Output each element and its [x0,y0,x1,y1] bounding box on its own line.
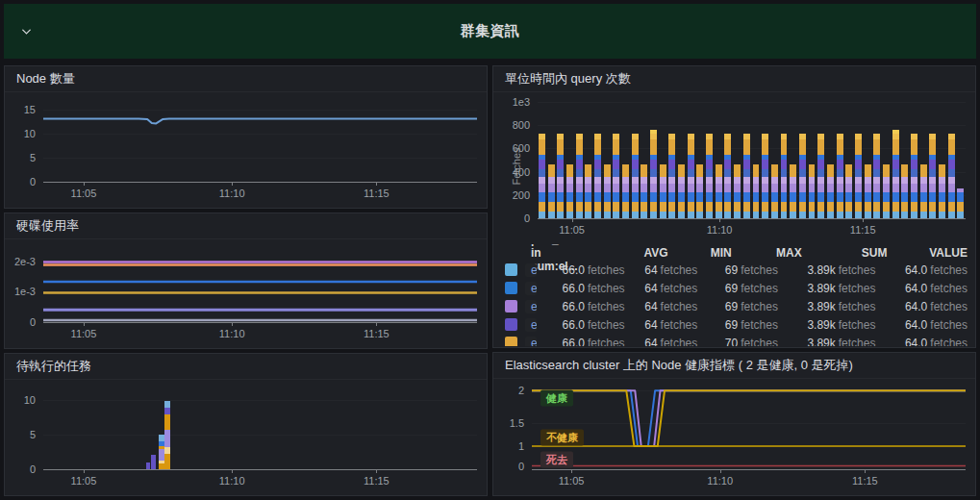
disk-usage-chart[interactable]: 01e-32e-311:0511:1011:15 [43,249,477,323]
node-count-chart[interactable]: 05101511:0511:1011:15 [43,102,477,183]
bar-segment [632,177,639,184]
x-axis-tick-label: 11:15 [364,188,389,199]
panel-header-node-health[interactable]: Elasticsearch cluster 上的 Node 健康指標 ( 2 是… [493,353,975,379]
legend-series-name[interactable]: elasticsearch-es-ing... [525,282,537,295]
pending-tasks-chart[interactable]: 051011:0511:1011:15 [43,389,477,470]
bar-segment [576,177,583,184]
query-legend: pod_name in sum:el...AVGMINMAXSUMVALUEel… [505,244,967,346]
bar-segment [855,184,862,192]
bar-segment [817,169,824,177]
bar-segment [548,177,555,184]
series-color-swatch[interactable] [505,263,517,276]
bar-segment [855,169,862,177]
bar-segment [855,202,862,212]
legend-value: 64fetches [625,300,698,313]
bar-segment [743,134,750,140]
bar-segment [957,202,964,212]
threshold-label: 健康 [540,390,573,407]
series-color-swatch[interactable] [505,337,517,346]
series-color-swatch[interactable] [505,300,517,312]
legend-series-name[interactable]: elasticsearch-es-ma... [525,300,537,313]
bar-segment [650,160,657,169]
bar-segment [827,164,834,177]
bar-segment [668,184,675,192]
bar-segment [548,192,555,202]
bar-segment [865,192,871,202]
legend-value: 64fetches [625,337,698,347]
stacked-bar [790,164,796,218]
bar-segment [724,212,731,218]
bar-segment [688,139,694,155]
bar-segment [164,414,170,430]
x-axis-tick-mark [84,469,85,473]
bar-segment [939,184,945,192]
bar-segment [734,212,741,218]
dashboard-row-header[interactable]: 群集資訊 [4,4,976,59]
panel-header-pending-tasks[interactable]: 待執行的任務 [5,354,487,380]
bar-segment [762,177,768,184]
bar-segment [716,212,722,218]
stacked-bar [957,188,964,218]
legend-col-header[interactable]: VALUE [887,246,967,260]
x-axis-tick-mark [863,218,864,222]
panel-header-query-rate[interactable]: 單位時間內 query 次數 [493,66,975,92]
stacked-bar [622,164,629,218]
bar-segment [771,177,778,184]
left-column: Node 數量 05101511:0511:1011:15 硬碟使用率 01e-… [4,65,488,496]
grafana-dashboard: 群集資訊 Node 數量 05101511:0511:1011:15 硬碟使用率… [0,0,980,500]
x-axis-tick-label: 11:05 [559,475,585,487]
bar-segment [594,169,601,177]
legend-col-header[interactable]: MAX [732,246,802,260]
legend-value: 64fetches [625,318,698,332]
series-color-swatch[interactable] [505,318,517,331]
bar-segment [892,184,899,192]
node-health-chart[interactable]: 011.5211:0511:1011:15健康不健康死去 [532,387,966,470]
bar-segment [873,169,880,177]
bar-segment [883,212,890,218]
bar-segment [855,212,862,218]
bar-segment [873,160,880,169]
stacked-bar [837,134,843,218]
legend-series-name[interactable]: elasticsearch-es-coo... [525,263,537,277]
panel-grid: Node 數量 05101511:0511:1011:15 硬碟使用率 01e-… [4,65,976,496]
bar-segment [855,139,862,155]
query-rate-chart[interactable]: Fetches 02004006008001e311:0511:1011:15 [538,102,966,219]
bar-segment [845,164,852,177]
legend-col-header[interactable]: AVG [594,246,668,260]
bar-segment [920,164,927,177]
bar-segment [585,212,591,218]
legend-series-name[interactable]: elasticsearch-es-coo... [525,337,537,347]
legend-row: elasticsearch-es-coo...66.0fetches64fetc… [505,261,967,279]
row-title[interactable]: 群集資訊 [4,22,976,40]
bar-segment [576,212,583,218]
bar-segment [929,184,936,192]
bar-segment [771,202,778,212]
bar-segment [790,164,796,177]
stacked-bar [809,164,816,218]
bar-segment [585,202,591,212]
bar-segment [548,202,555,212]
bar-segment [716,177,722,184]
legend-series-name[interactable]: elasticsearch-es-ma... [525,318,537,332]
panel-title-text: 待執行的任務 [16,359,91,373]
bar-segment [790,202,796,212]
bar-segment [883,177,890,184]
bar-segment [948,184,955,192]
panel-header-disk-usage[interactable]: 硬碟使用率 [5,213,487,239]
bar-segment [817,202,824,212]
series-color-swatch[interactable] [505,282,517,294]
grid-line [538,148,966,149]
bar-segment [781,134,788,140]
panel-header-node-count[interactable]: Node 數量 [5,66,487,92]
bar-segment [604,184,611,192]
legend-col-header[interactable]: MIN [668,246,732,260]
stacked-bar [696,164,703,218]
bar-segment [883,202,890,212]
bar-segment [911,202,917,212]
bar-segment [724,184,731,192]
bar-segment [753,164,760,177]
bar-segment [762,192,768,202]
stacked-bar [548,164,555,218]
bar-segment [799,212,806,218]
legend-col-header[interactable]: SUM [802,246,888,260]
